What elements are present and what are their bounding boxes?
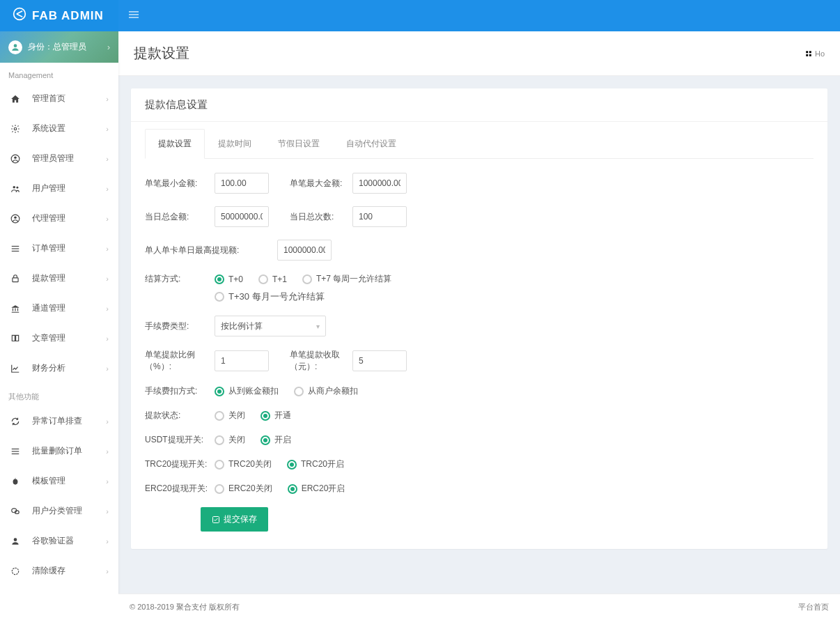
user-block[interactable]: 身份：总管理员 ›: [0, 31, 118, 63]
radio-icon: [302, 274, 312, 284]
svg-rect-25: [806, 54, 808, 56]
fee-type-select[interactable]: 按比例计算 ▾: [215, 316, 326, 336]
footer-home-link[interactable]: 平台首页: [798, 602, 829, 612]
radio-usdt-open[interactable]: 开启: [260, 434, 291, 446]
radio-trc20-open[interactable]: TRC20开启: [287, 458, 344, 470]
chevron-right-icon: ›: [106, 304, 109, 313]
lock-icon: [10, 274, 21, 284]
radio-erc20-close[interactable]: ERC20关闭: [215, 483, 272, 495]
radio-usdt-close[interactable]: 关闭: [215, 434, 245, 446]
radio-t7[interactable]: T+7 每周一允许结算: [302, 273, 391, 285]
user-circle-icon: [10, 154, 21, 164]
radio-t30[interactable]: T+30 每月一号允许结算: [215, 290, 814, 303]
radio-checked-icon: [260, 411, 270, 421]
sidebar-item-bulk-delete[interactable]: 批量删除订单›: [0, 436, 118, 466]
logo-area: FAB ADMIN: [0, 0, 118, 31]
status-label: 提款状态:: [145, 410, 215, 421]
sidebar-item-system[interactable]: 系统设置›: [0, 114, 118, 144]
sidebar-item-home[interactable]: 管理首页›: [0, 84, 118, 114]
svg-rect-12: [12, 245, 20, 246]
radio-icon: [215, 411, 224, 421]
header-bar: [118, 0, 840, 31]
sidebar-item-user-cat[interactable]: 用户分类管理›: [0, 496, 118, 526]
single-card-label: 单人单卡单日最高提现额:: [145, 245, 277, 256]
tabs: 提款设置 提款时间 节假日设置 自动代付设置: [145, 129, 814, 159]
panel-title: 提款信息设置: [131, 88, 827, 122]
single-card-input[interactable]: [277, 240, 332, 261]
tab-withdraw-time[interactable]: 提款时间: [205, 129, 265, 159]
sidebar-item-template[interactable]: 模板管理›: [0, 466, 118, 496]
radio-deduct-arrival[interactable]: 从到账金额扣: [215, 385, 279, 397]
radio-trc20-close[interactable]: TRC20关闭: [215, 458, 272, 470]
radio-t1[interactable]: T+1: [258, 274, 287, 284]
svg-point-7: [14, 156, 17, 159]
radio-erc20-open[interactable]: ERC20开启: [288, 483, 345, 495]
daily-count-label: 当日总次数:: [290, 211, 352, 223]
chart-icon: [10, 364, 21, 373]
user-role: 身份：总管理员: [28, 41, 86, 53]
breadcrumb: Ho: [805, 49, 825, 58]
tab-holiday-settings[interactable]: 节假日设置: [265, 129, 333, 159]
daily-total-input[interactable]: [215, 206, 269, 227]
chevron-right-icon: ›: [106, 537, 109, 545]
sidebar-item-admin[interactable]: 管理员管理›: [0, 144, 118, 173]
daily-total-label: 当日总金额:: [145, 211, 215, 223]
fee-rate-label: 单笔提款比例（%）:: [145, 349, 215, 373]
radio-status-close[interactable]: 关闭: [215, 410, 245, 421]
radio-status-open[interactable]: 开通: [260, 410, 291, 421]
list-icon: [10, 447, 21, 456]
submit-button[interactable]: 提交保存: [201, 507, 268, 532]
chevron-right-icon: ›: [106, 417, 109, 426]
svg-rect-3: [129, 17, 139, 18]
page-title: 提款设置: [134, 44, 189, 63]
fee-deduct-label: 手续费扣方式:: [145, 385, 215, 397]
svg-point-9: [16, 186, 18, 188]
radio-deduct-balance[interactable]: 从商户余额扣: [294, 385, 358, 397]
tab-auto-pay-settings[interactable]: 自动代付设置: [333, 129, 410, 159]
home-icon: [10, 94, 21, 104]
user-circle-icon: [10, 214, 21, 224]
svg-rect-23: [806, 51, 808, 53]
sidebar-item-clear-cache[interactable]: 清除缓存›: [0, 556, 118, 586]
daily-count-input[interactable]: [352, 206, 407, 227]
min-amount-input[interactable]: [215, 173, 269, 194]
chevron-right-icon: ›: [106, 155, 109, 163]
brand-text: FAB ADMIN: [32, 9, 104, 23]
book-icon: [10, 334, 21, 343]
radio-checked-icon: [287, 460, 297, 470]
sidebar-item-finance[interactable]: 财务分析›: [0, 353, 118, 383]
menu-toggle-icon[interactable]: [129, 10, 139, 22]
sidebar-item-google[interactable]: 谷歌验证器›: [0, 526, 118, 556]
svg-rect-2: [129, 14, 139, 15]
sidebar-item-agent[interactable]: 代理管理›: [0, 203, 118, 233]
chevron-down-icon: ▾: [316, 323, 320, 330]
sidebar-item-abnormal[interactable]: 异常订单排查›: [0, 406, 118, 436]
apple-icon: [10, 476, 21, 486]
user-icon: [10, 536, 21, 546]
sidebar-item-article[interactable]: 文章管理›: [0, 323, 118, 353]
radio-t0[interactable]: T+0: [215, 274, 243, 284]
svg-rect-24: [809, 51, 811, 53]
erc20-label: ERC20提现开关:: [145, 483, 215, 495]
logo-icon: [13, 7, 26, 24]
svg-rect-17: [12, 451, 20, 451]
sidebar-item-withdraw[interactable]: 提款管理›: [0, 263, 118, 293]
fee-rate-input[interactable]: [215, 350, 269, 371]
svg-point-0: [14, 8, 26, 20]
sidebar-item-user[interactable]: 用户管理›: [0, 173, 118, 203]
min-amount-label: 单笔最小金额:: [145, 178, 215, 189]
svg-rect-16: [12, 448, 20, 449]
chevron-right-icon: ›: [107, 42, 110, 52]
content-header: 提款设置 Ho: [118, 31, 840, 76]
sidebar-item-order[interactable]: 订单管理›: [0, 233, 118, 263]
fee-type-label: 手续费类型:: [145, 320, 215, 332]
tab-withdraw-settings[interactable]: 提款设置: [145, 129, 205, 159]
sidebar-item-channel[interactable]: 通道管理›: [0, 293, 118, 323]
fee-fixed-input[interactable]: [352, 350, 407, 371]
max-amount-label: 单笔最大金额:: [290, 178, 352, 189]
max-amount-input[interactable]: [352, 173, 407, 194]
svg-point-21: [14, 538, 17, 541]
svg-rect-15: [13, 277, 18, 281]
svg-rect-26: [809, 54, 811, 56]
avatar-icon: [8, 40, 22, 54]
